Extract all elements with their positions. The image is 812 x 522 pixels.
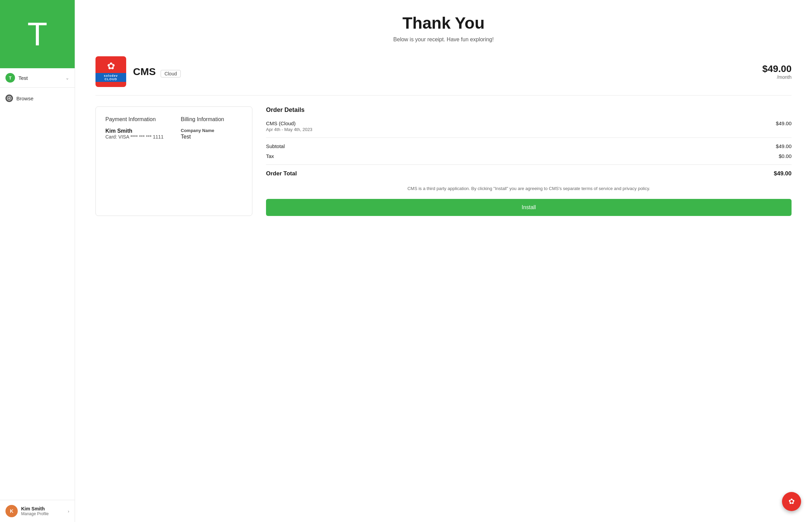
order-divider-2 bbox=[266, 164, 792, 165]
tax-amount: $0.00 bbox=[779, 153, 792, 159]
install-button[interactable]: Install bbox=[266, 199, 792, 216]
subtotal-label: Subtotal bbox=[266, 143, 285, 149]
chevron-down-icon: ⌄ bbox=[65, 75, 69, 81]
order-total-line: Order Total $49.00 bbox=[266, 170, 792, 177]
info-row: Payment Information Kim Smith Card: VISA… bbox=[105, 116, 242, 140]
user-info: Kim Smith Manage Profile bbox=[21, 506, 64, 516]
product-logo: ✿ solodevCLOUD bbox=[95, 56, 126, 87]
order-item-date: Apr 4th - May 4th, 2023 bbox=[266, 127, 312, 132]
payment-info-col: Payment Information Kim Smith Card: VISA… bbox=[105, 116, 167, 140]
floating-action-button[interactable]: ✿ bbox=[782, 492, 801, 511]
org-left: T Test bbox=[5, 73, 28, 83]
product-row: ✿ solodevCLOUD CMS Cloud $49.00 /month bbox=[95, 56, 792, 96]
org-selector[interactable]: T Test ⌄ bbox=[0, 68, 75, 88]
product-price: $49.00 /month bbox=[762, 63, 792, 80]
product-price-amount: $49.00 bbox=[762, 63, 792, 74]
order-subtotal-line: Subtotal $49.00 bbox=[266, 143, 792, 149]
main-content: Thank You Below is your receipt. Have fu… bbox=[75, 0, 812, 522]
sidebar-nav: Browse bbox=[0, 88, 75, 500]
billing-company-label: Company Name bbox=[181, 128, 242, 133]
total-label: Order Total bbox=[266, 170, 297, 177]
sidebar: T T Test ⌄ Browse K Kim Smith bbox=[0, 0, 75, 522]
product-name-area: CMS Cloud bbox=[133, 66, 181, 77]
product-price-period: /month bbox=[762, 74, 792, 80]
payment-billing-box: Payment Information Kim Smith Card: VISA… bbox=[95, 106, 252, 216]
payment-info-title: Payment Information bbox=[105, 116, 167, 122]
org-avatar: T bbox=[5, 73, 15, 83]
product-left: ✿ solodevCLOUD CMS Cloud bbox=[95, 56, 181, 87]
billing-info-title: Billing Information bbox=[181, 116, 242, 122]
sidebar-logo: T bbox=[0, 0, 75, 68]
user-name: Kim Smith bbox=[21, 506, 64, 511]
tax-label: Tax bbox=[266, 153, 274, 159]
product-badge: Cloud bbox=[161, 70, 181, 77]
content-area: Payment Information Kim Smith Card: VISA… bbox=[95, 106, 792, 216]
sidebar-logo-letter: T bbox=[27, 18, 47, 50]
product-logo-icon: ✿ bbox=[107, 61, 115, 71]
total-amount: $49.00 bbox=[774, 170, 792, 177]
billing-info-col: Billing Information Company Name Test bbox=[181, 116, 242, 140]
order-details-title: Order Details bbox=[266, 106, 792, 114]
browse-icon bbox=[5, 95, 13, 102]
subtotal-amount: $49.00 bbox=[776, 143, 792, 149]
billing-company-value: Test bbox=[181, 134, 242, 140]
profile-arrow-icon: › bbox=[68, 509, 69, 514]
payment-name: Kim Smith bbox=[105, 128, 167, 134]
browse-label: Browse bbox=[16, 96, 33, 101]
order-divider-1 bbox=[266, 137, 792, 138]
user-avatar: K bbox=[5, 505, 18, 517]
org-name: Test bbox=[18, 75, 28, 81]
page-title: Thank You bbox=[95, 14, 792, 32]
order-details: Order Details CMS (Cloud) Apr 4th - May … bbox=[266, 106, 792, 216]
order-item-line: CMS (Cloud) Apr 4th - May 4th, 2023 $49.… bbox=[266, 120, 792, 132]
manage-profile-label: Manage Profile bbox=[21, 511, 64, 516]
order-tax-line: Tax $0.00 bbox=[266, 153, 792, 159]
product-logo-bar: solodevCLOUD bbox=[95, 73, 126, 82]
floating-action-icon: ✿ bbox=[788, 497, 795, 506]
payment-card: Card: VISA **** *** *** 1111 bbox=[105, 134, 167, 140]
sidebar-item-browse[interactable]: Browse bbox=[0, 91, 75, 105]
order-item-amount: $49.00 bbox=[776, 120, 792, 126]
order-item-name: CMS (Cloud) bbox=[266, 120, 312, 126]
user-profile[interactable]: K Kim Smith Manage Profile › bbox=[0, 500, 75, 522]
order-item-info: CMS (Cloud) Apr 4th - May 4th, 2023 bbox=[266, 120, 312, 132]
page-subtitle: Below is your receipt. Have fun explorin… bbox=[95, 37, 792, 43]
order-disclaimer: CMS is a third party application. By cli… bbox=[266, 185, 792, 192]
product-name: CMS bbox=[133, 66, 156, 77]
